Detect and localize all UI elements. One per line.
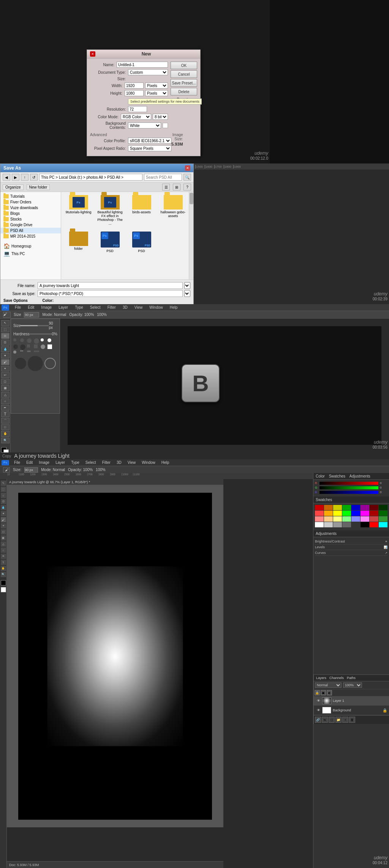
color-swatch-12[interactable] — [351, 511, 360, 516]
color-mode-select[interactable]: RGB Color — [121, 114, 151, 120]
saveas-dialog[interactable]: Save As ✕ ◀ ▶ ↑ ↺ This PC > Local Disk (… — [0, 163, 194, 304]
color-panel-title[interactable]: Color Swatches Adjustments — [313, 473, 389, 480]
file-area-scrollbar[interactable] — [189, 192, 193, 279]
view-toggle-btn[interactable]: ☰ — [162, 184, 170, 190]
sidebar-mr[interactable]: MR 2014-2015 — [0, 233, 61, 239]
search-btn[interactable]: 🔍 — [183, 174, 191, 181]
layer-row-background[interactable]: 👁 Background 🔒 — [314, 706, 389, 715]
brush-preset-3[interactable] — [27, 338, 32, 343]
saveas-search-input[interactable] — [144, 174, 182, 181]
scrollbar-thumb[interactable] — [190, 193, 193, 204]
b-slider[interactable] — [319, 491, 378, 494]
menu-layer-3[interactable]: Layer — [57, 305, 69, 310]
new-dialog-cancel-btn[interactable]: Cancel — [171, 70, 197, 78]
zoom-tool[interactable]: 🔍 — [1, 438, 9, 443]
new-group-btn[interactable]: 📁 — [335, 717, 342, 723]
bg-eye-icon[interactable]: 👁 — [316, 708, 321, 712]
filename-dropdown[interactable]: ▾ — [184, 282, 190, 289]
brush-preset-7[interactable] — [13, 344, 18, 349]
ps5-tool-lasso[interactable]: ○ — [1, 493, 6, 498]
color-swatch-15[interactable] — [379, 511, 387, 516]
ps5-tool-spot[interactable]: ✦ — [1, 511, 6, 516]
sidebar-psd-all[interactable]: PSD All — [0, 228, 61, 233]
spot-heal-tool[interactable]: ✦ — [1, 353, 9, 359]
folder-halloween[interactable]: halloween gobo-assets — [159, 195, 187, 225]
brush-preset-4[interactable] — [34, 338, 39, 344]
bg-select[interactable]: White — [128, 122, 161, 129]
menu-select-3[interactable]: Select — [89, 305, 102, 310]
menu-view-3[interactable]: View — [133, 305, 144, 310]
color-depth-select[interactable]: 8 bit — [153, 114, 168, 120]
color-swatch-9[interactable] — [324, 511, 333, 516]
shape-tool[interactable]: □ — [1, 424, 9, 430]
psd-icon-2[interactable]: Ps PSD PSD — [127, 232, 156, 253]
res-input[interactable] — [128, 106, 147, 112]
height-unit-select[interactable]: Pixels — [145, 90, 168, 96]
sidebar-this-pc[interactable]: 💻 This PC — [0, 250, 61, 257]
color-swatch-7[interactable] — [379, 505, 387, 510]
pixel-ratio-select[interactable]: Square Pixels — [128, 145, 171, 151]
blur-tool[interactable]: △ — [1, 392, 9, 398]
color-swatch-22[interactable] — [370, 516, 378, 522]
ps5-tool-eraser[interactable]: ◻ — [1, 529, 6, 535]
pen-tool[interactable]: ✒ — [1, 405, 9, 411]
brush-preset-5[interactable] — [41, 338, 44, 341]
move-tool[interactable]: ↖ — [1, 320, 9, 326]
brush-hard-slider[interactable] — [30, 333, 52, 335]
brush-preset-14[interactable] — [20, 351, 23, 351]
view-list-btn[interactable]: ⊞ — [173, 184, 180, 190]
organize-btn[interactable]: Organize — [3, 184, 24, 190]
brush-size-5-input[interactable] — [24, 467, 38, 473]
color-swatch-20[interactable] — [351, 516, 360, 522]
brush-tool[interactable]: 🖌 — [1, 359, 9, 365]
menu-filter-3[interactable]: Filter — [106, 305, 117, 310]
sidebar-blogs[interactable]: Blogs — [0, 211, 61, 216]
menu-image-5[interactable]: Image — [38, 460, 51, 465]
hand-tool[interactable]: ✋ — [1, 431, 9, 436]
color-swatch-29[interactable] — [361, 522, 369, 527]
menu-help-3[interactable]: Help — [169, 305, 179, 310]
color-swatch-31[interactable] — [379, 522, 387, 527]
menu-help-5[interactable]: Help — [160, 460, 171, 465]
opacity-icon[interactable]: ◐ — [327, 690, 332, 695]
color-swatch-3[interactable] — [342, 505, 351, 510]
color-swatch-28[interactable] — [351, 522, 360, 527]
menu-type-5[interactable]: Type — [70, 460, 81, 465]
color-swatch-26[interactable] — [333, 522, 342, 527]
color-swatch-10[interactable] — [333, 511, 342, 516]
folder-beautiful-lighting[interactable]: Ps Beautiful lighting FX effect in Photo… — [96, 195, 124, 225]
width-unit-select[interactable]: Pixels — [145, 83, 168, 89]
sidebar-homegroup[interactable]: 🏠 Homegroup — [0, 242, 61, 250]
layer1-eye-icon[interactable]: 👁 — [316, 698, 321, 703]
add-style-btn[interactable]: fx — [322, 717, 328, 723]
menu-edit-5[interactable]: Edit — [25, 460, 34, 465]
menu-file-3[interactable]: File — [14, 305, 22, 310]
brush-size-slider[interactable] — [21, 325, 49, 326]
adjustments-panel-title[interactable]: Adjustments — [313, 530, 389, 537]
brush-preset-8[interactable] — [20, 344, 25, 350]
brush-preset-15[interactable] — [27, 351, 31, 352]
color-swatch-27[interactable] — [342, 522, 351, 527]
color-swatch-5[interactable] — [361, 505, 369, 510]
g-slider[interactable] — [319, 486, 378, 489]
layers-tab[interactable]: Layers — [316, 676, 326, 680]
menu-edit-3[interactable]: Edit — [27, 305, 35, 310]
ps5-tool-clone[interactable]: ⚭ — [1, 523, 6, 528]
lock-icon[interactable]: 🔒 — [315, 690, 320, 695]
filename-input[interactable] — [38, 282, 183, 289]
color-swatch-16[interactable] — [315, 516, 324, 522]
nav-forward-btn[interactable]: ▶ — [12, 174, 19, 181]
color-swatch-11[interactable] — [342, 511, 351, 516]
channels-tab[interactable]: Channels — [329, 676, 344, 680]
sidebar-fiver-orders[interactable]: Fiver Orders — [0, 199, 61, 205]
crop-tool[interactable]: ⊡ — [1, 340, 9, 345]
new-dialog-close-btn[interactable]: ✕ — [90, 51, 95, 57]
ps5-tool-dodge[interactable]: ○ — [1, 547, 6, 553]
menu-3d-3[interactable]: 3D — [122, 305, 129, 310]
ps5-tool-eyedropper[interactable]: 💧 — [1, 505, 6, 510]
lasso-tool[interactable]: ⊙ — [1, 333, 9, 339]
menu-window-5[interactable]: Window — [141, 460, 157, 465]
sidebar-vuze[interactable]: Vuze downloads — [0, 205, 61, 211]
color-swatch-30[interactable] — [370, 522, 378, 527]
sidebar-tutorials[interactable]: Tutorials — [0, 194, 61, 199]
